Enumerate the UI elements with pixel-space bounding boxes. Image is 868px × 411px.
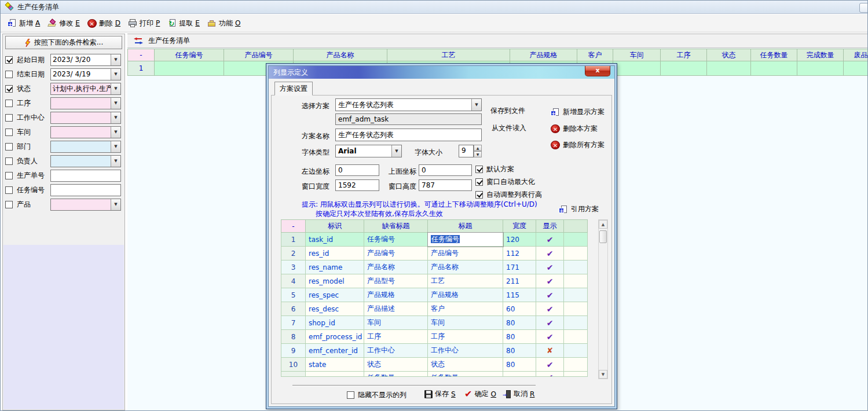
product-checkbox[interactable] [5,201,13,208]
grid-header-state[interactable]: 状态 [707,49,751,61]
show-check-icon[interactable]: ✔ [536,330,564,344]
column-def-row-6[interactable]: 6 res_desc 产品描述 客户 60 ✔ [281,302,588,316]
coldef-header-width[interactable]: 宽度 [503,220,536,233]
dialog-titlebar[interactable]: 列显示定义 x [269,66,614,79]
table-vertical-scrollbar[interactable]: ▲ ▼ [598,219,608,379]
spin-down-icon[interactable]: ▼ [474,151,482,157]
column-def-row-8[interactable]: 8 emf_process_id 工序 工序 80 ✔ [281,330,588,344]
owner-field[interactable]: ▼ [50,155,121,167]
coldef-header-title[interactable]: 标题 [428,220,503,233]
auto-row-height-checkbox[interactable] [475,191,483,199]
show-check-icon[interactable]: ✔ [536,260,564,274]
cancel-button[interactable]: → 取消R [503,389,534,399]
dropdown-arrow-icon[interactable]: ▼ [111,83,120,94]
dropdown-arrow-icon[interactable]: ▼ [111,127,120,138]
coldef-header-show[interactable]: 显示 [536,220,564,233]
shop-checkbox[interactable] [5,129,13,136]
end-date-field[interactable]: 2023/ 4/19▼ [50,68,121,80]
font-size-spinner[interactable]: 9 ▲ ▼ [459,145,482,157]
column-def-row-partial[interactable]: 任务数量 任务数量 ✔ [281,372,588,377]
grid-header-craft[interactable]: 工艺 [387,49,510,61]
coldef-header-index[interactable]: - [281,220,306,233]
auto-maximize-checkbox[interactable] [475,178,483,186]
show-check-icon[interactable]: ✔ [536,247,564,260]
window-height-input[interactable]: 787 [419,179,472,191]
coldef-header-id[interactable]: 标识 [306,220,364,233]
show-cross-icon[interactable]: ✘ [536,344,564,358]
show-check-icon[interactable]: ✔ [536,358,564,372]
dropdown-arrow-icon[interactable]: ▼ [111,156,120,167]
tab-scheme-settings[interactable]: 方案设置 [274,82,313,96]
scrollbar-thumb[interactable] [599,230,607,243]
grid-header-product-spec[interactable]: 产品规格 [510,49,577,61]
show-check-icon[interactable]: ✔ [536,302,564,316]
ok-button[interactable]: ✔ 确定O [464,389,496,399]
column-def-row-3[interactable]: 3 res_name 产品名称 产品名称 171 ✔ [281,260,588,274]
production-order-input[interactable] [50,170,121,182]
work-center-checkbox[interactable] [5,114,13,122]
extract-button[interactable]: ↻ 提取E [165,17,204,30]
grid-header-product-id[interactable]: 产品编号 [224,49,294,61]
spin-up-icon[interactable]: ▲ [474,145,482,151]
column-def-row-5[interactable]: 5 res_spec 产品规格 产品规格 115 ✔ [281,288,588,302]
dropdown-arrow-icon[interactable]: ▼ [111,141,120,152]
new-button[interactable]: + 新增A [5,17,44,30]
column-def-row-1[interactable]: 1 task_id 任务编号 任务编号 120 ✔ [281,233,588,247]
grid-header-product-name[interactable]: 产品名称 [294,49,387,61]
owner-checkbox[interactable] [5,157,13,165]
grid-header-customer[interactable]: 客户 [577,49,613,61]
grid-header-index[interactable]: - [128,49,155,61]
top-coord-input[interactable]: 0 [419,164,472,176]
ref-scheme-button[interactable]: + 引用方案 [559,204,599,214]
dropdown-arrow-icon[interactable]: ▼ [471,99,481,111]
production-order-checkbox[interactable] [5,172,13,179]
scroll-up-icon[interactable]: ▲ [599,220,607,229]
left-coord-input[interactable]: 0 [335,164,379,176]
column-def-row-10[interactable]: 10 state 状态 状态 80 ✔ [281,358,588,372]
add-scheme-button[interactable]: + 新增显示方案 [551,107,605,117]
show-check-icon[interactable]: ✔ [536,316,564,330]
dialog-close-button[interactable]: x [585,66,610,76]
delete-all-schemes-button[interactable]: ✕ 删除所有方案 [551,140,605,150]
scheme-name-input[interactable]: 生产任务状态列表 [335,129,482,141]
work-center-field[interactable]: ▼ [50,112,121,124]
window-width-input[interactable]: 1592 [335,179,379,191]
edit-button[interactable]: 修改E [45,17,84,30]
dropdown-arrow-icon[interactable]: ▼ [111,69,120,80]
dropdown-arrow-icon[interactable]: ▼ [111,98,120,109]
save-button[interactable]: 保存S [424,389,456,399]
end-date-checkbox[interactable] [5,71,13,78]
search-button[interactable]: 按照下面的条件检索... [5,36,122,49]
column-def-row-9[interactable]: 9 emf_center_id 工作中心 工作中心 80 ✘ [281,344,588,358]
department-checkbox[interactable] [5,143,13,151]
state-field[interactable]: 计划中,执行中,生产▼ [50,83,121,95]
select-scheme-dropdown[interactable]: 生产任务状态列表▼ [335,98,482,111]
show-check-icon[interactable]: ✔ [536,274,564,288]
default-scheme-checkbox[interactable] [475,166,483,173]
start-date-field[interactable]: 2023/ 3/20▼ [50,54,121,66]
process-field[interactable]: ▼ [50,97,121,109]
process-checkbox[interactable] [5,100,13,107]
coldef-header-default-title[interactable]: 缺省标题 [364,220,428,233]
dropdown-arrow-icon[interactable]: ▼ [111,199,120,210]
column-def-row-4[interactable]: 4 res_model 产品型号 工艺 211 ✔ [281,274,588,288]
delete-scheme-button[interactable]: ✕ 删除本方案 [551,124,598,134]
read-from-file-button[interactable]: 从文件读入 [492,123,526,133]
start-date-checkbox[interactable] [5,56,13,64]
state-checkbox[interactable] [5,85,13,93]
grid-header-done-qty[interactable]: 完成数量 [797,49,844,61]
show-check-icon[interactable]: ✔ [536,288,564,302]
scroll-down-icon[interactable]: ▼ [599,370,607,379]
font-type-dropdown[interactable]: Arial▼ [335,145,402,157]
column-def-row-2[interactable]: 2 res_id 产品编号 产品编号 112 ✔ [281,247,588,260]
grid-header-shop[interactable]: 车间 [613,49,661,61]
grid-header-task-id[interactable]: 任务编号 [155,49,224,61]
task-id-checkbox[interactable] [5,186,13,194]
department-field[interactable]: ▼ [50,141,121,153]
delete-button[interactable]: ✕ 删除D [85,17,124,30]
dropdown-arrow-icon[interactable]: ▼ [111,112,120,123]
function-button[interactable]: 功能O [205,17,244,30]
title-edit-cell[interactable]: 任务编号 [428,233,503,247]
grid-header-process[interactable]: 工序 [661,49,707,61]
product-field[interactable]: ▼ [50,199,121,211]
